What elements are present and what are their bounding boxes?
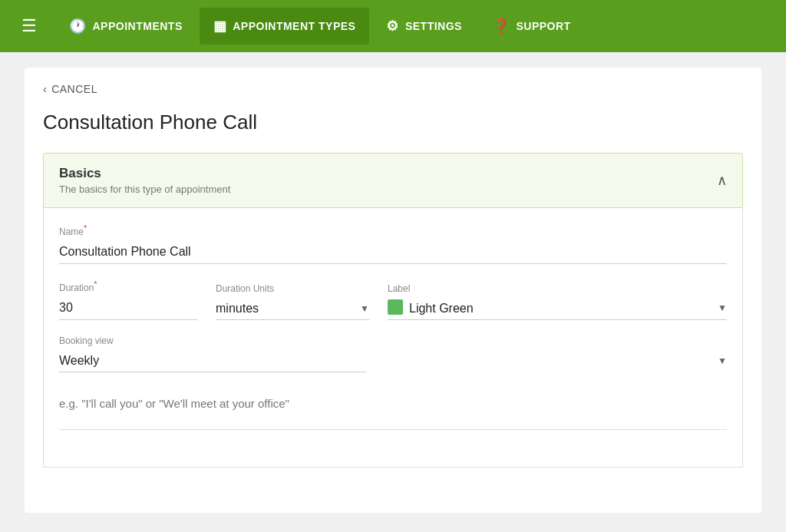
label-field-group: Label Light Green Red Blue Orange Purple… xyxy=(388,283,727,320)
name-label: Name* xyxy=(59,223,727,237)
cancel-button[interactable]: ‹ CANCEL xyxy=(43,83,743,95)
support-icon: ❓ xyxy=(493,18,510,35)
basics-form-section: Name* Duration* Duration Units xyxy=(43,208,743,468)
basics-title: Basics xyxy=(59,166,230,181)
page-title: Consultation Phone Call xyxy=(43,111,743,134)
settings-icon: ⚙ xyxy=(386,18,399,35)
nav-appointment-types[interactable]: ▦ APPOINTMENT TYPES xyxy=(200,8,370,45)
duration-label: Duration* xyxy=(59,279,197,293)
duration-units-select-wrap: minutes hours ▼ xyxy=(216,297,369,320)
nav-support-label: SUPPORT xyxy=(516,20,570,32)
nav-appointment-types-label: APPOINTMENT TYPES xyxy=(233,20,355,32)
cancel-label: CANCEL xyxy=(51,83,97,95)
label-select[interactable]: Light Green Red Blue Orange Purple xyxy=(409,297,727,319)
nav-settings[interactable]: ⚙ SETTINGS xyxy=(372,8,476,45)
booking-view-select-wrap: Weekly Daily Monthly ▼ xyxy=(59,349,727,372)
label-label: Label xyxy=(388,283,727,294)
name-field-group: Name* xyxy=(59,223,727,264)
basics-collapse-button[interactable]: ∧ xyxy=(717,172,727,189)
appointment-types-icon: ▦ xyxy=(213,18,227,35)
hamburger-menu[interactable]: ☰ xyxy=(12,10,46,42)
booking-view-arrow-icon: ▼ xyxy=(718,355,727,366)
booking-view-select[interactable]: Weekly Daily Monthly xyxy=(59,349,366,372)
main-nav: ☰ 🕐 APPOINTMENTS ▦ APPOINTMENT TYPES ⚙ S… xyxy=(0,0,786,52)
nav-appointments-label: APPOINTMENTS xyxy=(93,20,183,32)
description-field-group xyxy=(59,391,727,433)
booking-view-label: Booking view xyxy=(59,335,727,346)
duration-units-select[interactable]: minutes hours xyxy=(216,297,369,320)
cancel-arrow-icon: ‹ xyxy=(43,83,47,95)
main-area: ‹ CANCEL Consultation Phone Call Basics … xyxy=(0,52,786,532)
duration-units-field-group: Duration Units minutes hours ▼ xyxy=(216,283,369,320)
description-textarea[interactable] xyxy=(59,391,727,430)
duration-input[interactable] xyxy=(59,296,197,320)
basics-section-header: Basics The basics for this type of appoi… xyxy=(43,153,743,208)
name-input[interactable] xyxy=(59,240,727,264)
label-select-wrap: Light Green Red Blue Orange Purple ▼ xyxy=(388,297,727,320)
duration-units-label: Duration Units xyxy=(216,283,369,294)
basics-header-left: Basics The basics for this type of appoi… xyxy=(59,166,230,195)
nav-appointments[interactable]: 🕐 APPOINTMENTS xyxy=(55,8,196,45)
nav-settings-label: SETTINGS xyxy=(405,20,462,32)
duration-field-group: Duration* xyxy=(59,279,197,320)
basics-subtitle: The basics for this type of appointment xyxy=(59,183,230,195)
content-card: ‹ CANCEL Consultation Phone Call Basics … xyxy=(25,68,761,513)
booking-view-field-group: Booking view Weekly Daily Monthly ▼ xyxy=(59,335,727,372)
duration-row: Duration* Duration Units minutes hours ▼ xyxy=(59,279,727,320)
appointments-icon: 🕐 xyxy=(69,18,87,35)
nav-support[interactable]: ❓ SUPPORT xyxy=(479,8,585,45)
label-color-swatch xyxy=(388,299,403,315)
